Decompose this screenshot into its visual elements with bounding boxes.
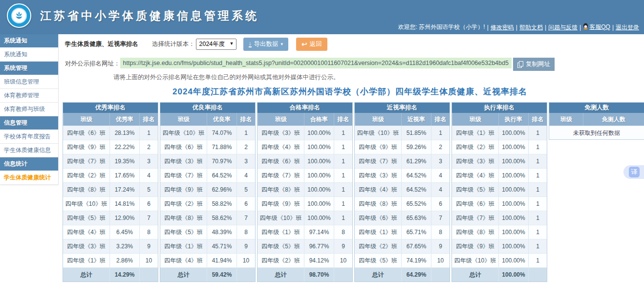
table-cell: 100.00% <box>304 126 334 140</box>
table-row: 四年级《9》班22.22%2 <box>63 140 158 154</box>
public-url-row: 对外公示排名网址： https://tzjk.jse.edu.cn/fms/pu… <box>65 58 644 71</box>
table-cell: 四年级《3》班 <box>452 154 498 168</box>
table-cell: 1 <box>334 126 352 140</box>
table-cell: 1 <box>236 126 255 140</box>
table-cell: 四年级《4》班 <box>258 140 304 154</box>
table-cell: 74.07% <box>207 126 236 140</box>
table-total-row: 总计14.29% <box>63 267 158 282</box>
link-separator: | <box>516 24 517 31</box>
table-cell: 100.00% <box>304 140 334 154</box>
table-cell: 64.52% <box>207 169 236 182</box>
table-cell: 100.00% <box>498 211 528 225</box>
sidebar-item[interactable]: 体育教师管理 <box>0 89 58 103</box>
table-row: 四年级《6》班28.13%1 <box>63 126 158 140</box>
copy-url-button[interactable]: 复制网址 <box>513 58 555 71</box>
public-url-label: 对外公示排名网址： <box>65 58 120 68</box>
table-header-cell: 排名 <box>139 113 158 126</box>
ranking-table: 执行率排名班级执行率排名四年级《1》班100.00%1四年级《2》班100.00… <box>451 102 547 282</box>
table-cell: 67.65% <box>401 240 431 253</box>
change-password-link-label: 修改密码 <box>491 23 514 32</box>
table-cell: 1 <box>528 183 547 196</box>
table-cell: 1 <box>528 197 547 211</box>
table-cell: 四年级《2》班 <box>355 240 401 253</box>
version-select-label: 选择统计版本： <box>152 40 195 48</box>
table-cell: 四年级《8》班 <box>452 225 498 239</box>
version-select[interactable]: 2024年度 <box>196 39 236 50</box>
sidebar-item[interactable]: 学生体质健康统计 <box>0 171 58 185</box>
chevron-down-icon: ▾ <box>281 42 283 46</box>
table-header-cell: 优良率 <box>207 113 236 126</box>
table-cell: 5 <box>139 183 158 196</box>
table-cell: 四年级《1》班 <box>452 126 498 140</box>
table-cell: 100.00% <box>498 240 528 253</box>
topbar: 欢迎您: 苏州外国语学校（小学）! |修改密码|帮助文档|问题与反馈|客服QQ|… <box>398 23 639 32</box>
table-header-cell: 班级 <box>63 113 109 126</box>
sidebar-item[interactable]: 系统通知 <box>0 48 58 62</box>
public-ranking-url[interactable]: https://tzjk.jse.edu.cn/fms/public/stud_… <box>120 58 512 68</box>
table-title: 近视率排名 <box>355 103 450 113</box>
export-data-button[interactable]: ↓ 导出数据 ▾ <box>243 38 289 51</box>
table-total-row: 总计98.70% <box>258 267 352 282</box>
table-cell: 6 <box>236 197 255 211</box>
table-cell: 四年级《9》班 <box>355 140 401 154</box>
change-password-link[interactable]: 修改密码 <box>491 23 514 32</box>
table-row: 四年级《8》班58.62%7 <box>160 211 255 225</box>
feedback-link[interactable]: 问题与反馈 <box>548 23 578 32</box>
translate-icon: 译 <box>629 167 640 177</box>
table-header-cell: 近视率 <box>401 113 431 126</box>
table-row: 四年级《3》班3.23%9 <box>63 239 158 253</box>
sidebar-item[interactable]: 体育教师与班级 <box>0 103 58 116</box>
table-cell: 8 <box>334 225 352 239</box>
table-row: 四年级《5》班48.39%8 <box>160 225 255 239</box>
table-cell: 10 <box>334 254 352 267</box>
ranking-tables: 优秀率排名班级优秀率排名四年级《6》班28.13%1四年级《9》班22.22%2… <box>63 102 644 282</box>
table-cell: 1 <box>528 169 547 182</box>
table-cell: 1 <box>334 169 352 182</box>
table-row: 四年级《4》班64.52%4 <box>355 182 450 196</box>
table-cell: 8 <box>431 225 450 239</box>
table-cell: 四年级《8》班 <box>63 183 109 196</box>
table-cell: 100.00% <box>304 183 334 196</box>
public-url-hint: 请将上面的对外公示排名网址在您单位自己的对外网站或其他对外媒体中进行公示。 <box>113 73 644 82</box>
translate-widget[interactable]: 译 <box>623 165 644 179</box>
table-header-cell: 合格率 <box>304 113 334 126</box>
table-cell: 四年级《6》班 <box>160 140 207 154</box>
link-separator: | <box>545 24 546 31</box>
table-row: 四年级《7》班100.00%1 <box>258 168 352 182</box>
sidebar-item[interactable]: 班级信息管理 <box>0 75 58 89</box>
help-docs-link[interactable]: 帮助文档 <box>519 23 543 32</box>
table-empty-message: 未获取到任何数据 <box>549 126 644 139</box>
table-cell: 2.86% <box>109 254 139 267</box>
table-cell: 59.42% <box>207 268 236 282</box>
table-cell: 四年级《5》班 <box>355 254 401 267</box>
table-row: 四年级《5》班100.00%1 <box>452 182 547 196</box>
table-header-cell: 执行率 <box>498 113 528 126</box>
table-row: 四年级《3》班100.00%1 <box>258 126 352 140</box>
table-cell: 四年级《6》班 <box>63 126 109 140</box>
table-cell: 100.00% <box>498 268 528 282</box>
table-cell: 1 <box>528 211 547 225</box>
table-header-row: 班级执行率排名 <box>452 113 547 126</box>
table-cell: 10 <box>139 254 158 267</box>
table-cell: 四年级《1》班 <box>355 225 401 239</box>
table-cell <box>334 268 352 282</box>
table-cell: 四年级《8》班 <box>258 183 304 196</box>
table-cell: 四年级《6》班 <box>258 154 304 168</box>
table-total-row: 总计59.42% <box>160 267 255 282</box>
logout-link[interactable]: 退出登录 <box>616 23 639 32</box>
table-cell: 2 <box>431 140 450 154</box>
sidebar-item[interactable]: 学生体质健康信息 <box>0 144 58 157</box>
qq-support-link[interactable]: 客服QQ <box>583 23 610 31</box>
table-header-cell: 班级 <box>452 113 498 126</box>
table-cell: 100.00% <box>304 169 334 182</box>
table-cell: 四年级《2》班 <box>160 197 207 211</box>
table-cell: 四年级《10》班 <box>452 254 498 267</box>
table-cell: 100.00% <box>498 140 528 154</box>
table-cell: 四年级《3》班 <box>63 240 109 253</box>
table-row: 四年级《3》班100.00%1 <box>452 154 547 168</box>
sidebar-item[interactable]: 学校体育年度报告 <box>0 130 58 144</box>
table-cell: 四年级《5》班 <box>452 183 498 196</box>
copy-icon <box>517 61 523 67</box>
back-button[interactable]: ↩ 返回 <box>296 38 327 51</box>
table-cell: 四年级《2》班 <box>452 140 498 154</box>
